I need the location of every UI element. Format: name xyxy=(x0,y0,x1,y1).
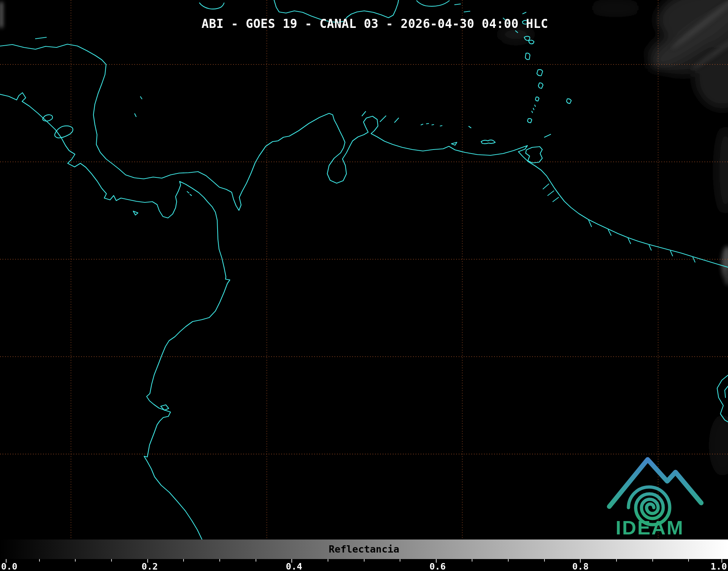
island-trinidad xyxy=(526,147,542,163)
axis-tick xyxy=(472,559,472,562)
axis-tick xyxy=(364,559,365,562)
axis-tick xyxy=(75,559,76,562)
axis-tick xyxy=(400,559,400,562)
colorbar-axis-scale: 0.0 0.2 0.4 0.6 0.8 1.0 xyxy=(3,559,725,571)
axis-tick xyxy=(256,559,256,562)
axis-tick-label: 0.2 xyxy=(142,561,158,571)
axis-tick xyxy=(652,559,653,562)
image-title: ABI - GOES 19 - CANAL 03 - 2026-04-30 04… xyxy=(202,17,548,31)
cloud xyxy=(716,127,728,214)
axis-tick-label: 0.6 xyxy=(429,561,446,571)
cloud-layer xyxy=(0,0,728,476)
logo-text: IDEAM xyxy=(616,517,684,538)
axis-tick xyxy=(544,559,545,562)
colorbar: Reflectancia xyxy=(0,539,728,559)
island-puerto-rico xyxy=(417,1,449,6)
cloud xyxy=(709,415,728,476)
satellite-viewer: IDEAM ABI - GOES 19 - CANAL 03 - 2026-04… xyxy=(0,0,728,571)
ideam-logo: IDEAM xyxy=(609,459,701,538)
axis-tick xyxy=(183,559,184,562)
lake-managua xyxy=(43,115,52,121)
axis-tick xyxy=(219,559,220,562)
axis-tick-label: 0.0 xyxy=(1,561,17,571)
satellite-image: IDEAM ABI - GOES 19 - CANAL 03 - 2026-04… xyxy=(0,0,728,539)
coastlines xyxy=(0,0,728,539)
axis-tick xyxy=(111,559,112,562)
island-jamaica xyxy=(199,3,224,9)
axis-tick xyxy=(616,559,617,562)
coastline-pacific xyxy=(0,93,230,539)
cloud xyxy=(590,2,641,14)
colorbar-axis: 0.0 0.2 0.4 0.6 0.8 1.0 xyxy=(0,559,728,571)
axis-tick-label: 1.0 xyxy=(711,561,727,571)
axis-tick xyxy=(328,559,328,562)
edge-artifact xyxy=(0,2,3,28)
axis-tick xyxy=(688,559,689,562)
axis-tick xyxy=(39,559,40,562)
coastline-caribbean-atlantic xyxy=(0,44,728,268)
islands-pacific xyxy=(133,192,192,410)
axis-tick-label: 0.4 xyxy=(286,561,302,571)
map-canvas: IDEAM xyxy=(0,0,728,539)
islands-western-caribbean xyxy=(35,37,142,117)
grid-lines xyxy=(0,0,728,539)
colorbar-label: Reflectancia xyxy=(0,543,728,555)
axis-tick xyxy=(508,559,509,562)
axis-tick-label: 0.8 xyxy=(572,561,589,571)
